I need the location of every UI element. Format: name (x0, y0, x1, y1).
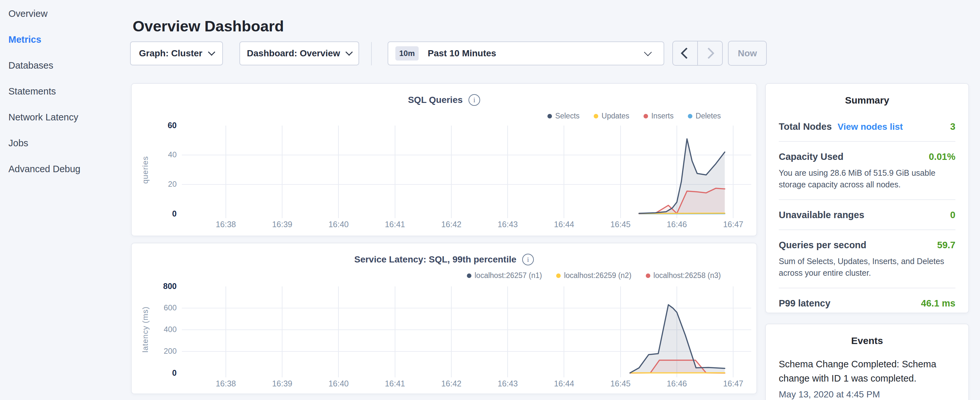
x-axis-tick-label: 16:40 (316, 220, 361, 229)
sidebar-item-advanced-debug[interactable]: Advanced Debug (0, 156, 129, 182)
summary-row-label: Capacity Used (779, 151, 843, 162)
chart-series-canvas (182, 287, 751, 373)
y-axis-tick-label: 60 (151, 121, 177, 130)
summary-row-value: 0 (950, 210, 955, 220)
x-axis-tick-label: 16:39 (259, 379, 305, 388)
x-axis-tick-label: 16:43 (485, 220, 530, 229)
page-title: Overview Dashboard (133, 17, 284, 35)
sidebar-item-statements[interactable]: Statements (0, 78, 129, 104)
chevron-left-icon (681, 48, 692, 59)
summary-title: Summary (766, 95, 968, 106)
service-latency-chart-panel: Service Latency: SQL, 99th percentile i … (131, 243, 757, 394)
legend-item-deletes[interactable]: Deletes (688, 112, 721, 120)
y-axis-tick-label: 0 (151, 209, 177, 218)
time-range-label: Past 10 Minutes (428, 48, 496, 59)
sidebar-item-metrics[interactable]: Metrics (0, 27, 129, 53)
summary-row-p99-latency: P99 latency46.1 ms (779, 288, 955, 318)
legend-item-updates[interactable]: Updates (594, 112, 629, 120)
summary-row-total-nodes: Total NodesView nodes list3 (779, 112, 955, 142)
dashboard-dropdown[interactable]: Dashboard: Overview (239, 41, 359, 65)
x-axis-tick-label: 16:47 (711, 220, 756, 229)
info-icon[interactable]: i (468, 94, 480, 106)
y-axis-label: queries (141, 156, 150, 184)
summary-rows: Total NodesView nodes list3Capacity Used… (779, 112, 955, 318)
now-button[interactable]: Now (728, 41, 767, 66)
x-axis-tick-label: 16:45 (598, 379, 643, 388)
legend-label: localhost:26258 (n3) (654, 271, 721, 280)
y-axis-tick-label: 40 (151, 150, 177, 159)
y-axis-tick-label: 800 (151, 282, 177, 291)
time-step-back-button[interactable] (673, 41, 698, 65)
legend-dot-icon (467, 274, 471, 278)
legend-item-selects[interactable]: Selects (547, 112, 579, 120)
y-axis-tick-label: 0 (151, 368, 177, 378)
summary-row-label: Unavailable ranges (779, 210, 864, 220)
events-panel: Events Schema Change Completed: Schema c… (765, 324, 969, 400)
dashboard-dropdown-label: Dashboard: Overview (247, 48, 340, 59)
time-range-badge: 10m (395, 46, 418, 61)
chart-plot-area[interactable]: 16:3816:3916:4016:4116:4216:4316:4416:45… (182, 126, 751, 214)
chart-header: SQL Queries i (132, 94, 756, 106)
event-message: Schema Change Completed: Schema change w… (779, 357, 955, 386)
sidebar-item-overview[interactable]: Overview (0, 1, 129, 27)
legend-dot-icon (556, 274, 561, 278)
summary-row-description: Sum of Selects, Updates, Inserts, and De… (779, 256, 955, 279)
x-axis-tick-label: 16:40 (316, 379, 361, 388)
x-axis-tick-label: 16:43 (485, 379, 530, 388)
chart-series-canvas (182, 126, 751, 214)
chevron-down-icon (208, 49, 215, 56)
graph-scope-dropdown[interactable]: Graph: Cluster (130, 41, 223, 65)
summary-row-value: 59.7 (937, 240, 955, 250)
legend-item-localhost-26258-n3[interactable]: localhost:26258 (n3) (646, 271, 721, 280)
chevron-down-icon (644, 48, 652, 56)
legend-label: Inserts (651, 112, 674, 120)
legend-dot-icon (594, 114, 598, 118)
legend-label: Deletes (695, 112, 721, 120)
info-icon[interactable]: i (522, 254, 534, 265)
y-axis-tick-label: 400 (151, 325, 177, 334)
legend-dot-icon (547, 114, 552, 118)
legend-label: localhost:26259 (n2) (564, 271, 631, 280)
legend-label: Selects (555, 112, 579, 120)
sidebar-item-jobs[interactable]: Jobs (0, 130, 129, 156)
x-axis-tick-label: 16:38 (203, 220, 248, 229)
x-axis-tick-label: 16:45 (598, 220, 643, 229)
sql-queries-chart-panel: SQL Queries i SelectsUpdatesInsertsDelet… (131, 83, 757, 236)
view-nodes-list-link[interactable]: View nodes list (838, 122, 903, 132)
summary-row-value: 0.01% (929, 151, 955, 162)
summary-row-label: Total Nodes (779, 121, 832, 132)
app-root: OverviewMetricsDatabasesStatementsNetwor… (0, 0, 980, 400)
legend-item-localhost-26257-n1[interactable]: localhost:26257 (n1) (467, 271, 542, 280)
summary-row-unavailable-ranges: Unavailable ranges0 (779, 200, 955, 230)
chart-title: Service Latency: SQL, 99th percentile (354, 254, 516, 265)
event-list-item[interactable]: Schema Change Completed: Schema change w… (779, 357, 955, 400)
chevron-right-icon (703, 48, 714, 59)
legend-label: Updates (601, 112, 629, 120)
x-axis-tick-label: 16:38 (203, 379, 248, 388)
graph-scope-dropdown-label: Graph: Cluster (139, 48, 202, 59)
summary-row-value: 46.1 ms (921, 298, 955, 309)
legend-item-localhost-26259-n2[interactable]: localhost:26259 (n2) (556, 271, 631, 280)
x-axis-tick-label: 16:46 (654, 220, 700, 229)
x-axis-tick-label: 16:42 (429, 220, 474, 229)
y-axis-label: latency (ms) (141, 306, 150, 353)
time-stepper (672, 41, 723, 66)
chart-legend: SelectsUpdatesInsertsDeletes (547, 112, 721, 120)
legend-item-inserts[interactable]: Inserts (644, 112, 674, 120)
events-title: Events (766, 335, 968, 346)
x-axis-tick-label: 16:44 (541, 220, 587, 229)
summary-panel: Summary Total NodesView nodes list3Capac… (765, 83, 969, 313)
sidebar-item-databases[interactable]: Databases (0, 53, 129, 78)
summary-row-capacity-used: Capacity Used0.01%You are using 28.6 MiB… (779, 142, 955, 200)
time-range-dropdown[interactable]: 10m Past 10 Minutes (388, 41, 664, 65)
y-axis-tick-label: 200 (151, 347, 177, 356)
time-step-forward-button[interactable] (698, 41, 722, 65)
summary-row-value: 3 (950, 121, 955, 132)
event-timestamp: May 13, 2020 at 4:45 PM (779, 389, 955, 400)
x-axis-tick-label: 16:39 (259, 220, 305, 229)
legend-dot-icon (644, 114, 648, 118)
sidebar-item-network-latency[interactable]: Network Latency (0, 104, 129, 130)
chart-plot-area[interactable]: 16:3816:3916:4016:4116:4216:4316:4416:45… (182, 287, 751, 373)
x-axis-tick-label: 16:47 (711, 379, 756, 388)
legend-dot-icon (688, 114, 692, 118)
